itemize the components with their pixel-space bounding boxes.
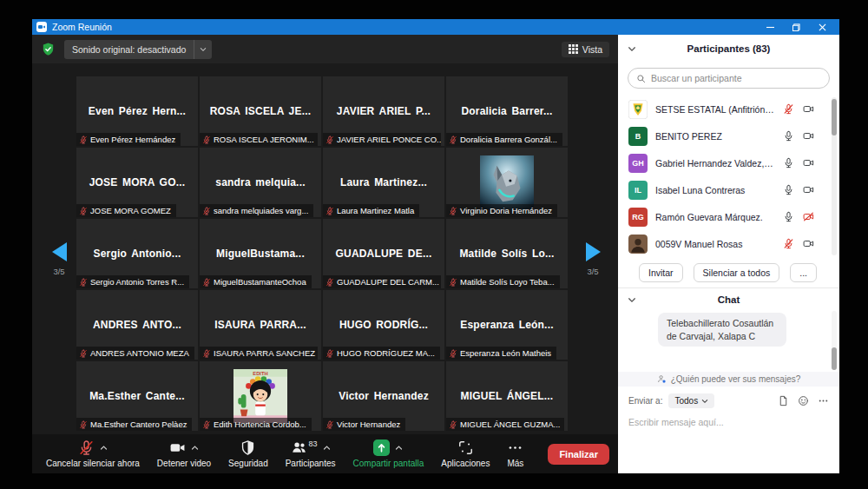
security-label: Seguridad xyxy=(228,459,268,468)
attach-file-icon[interactable] xyxy=(778,395,789,406)
view-button[interactable]: Vista xyxy=(562,42,609,57)
participant-avatar: IL xyxy=(628,181,648,200)
camera-icon xyxy=(802,157,815,169)
chat-privacy-note[interactable]: ¿Quién puede ver sus mensajes? xyxy=(618,372,839,387)
maximize-button[interactable] xyxy=(783,19,809,35)
participant-row[interactable]: 0059V Manuel Rosas xyxy=(618,230,839,257)
arrow-right-icon xyxy=(586,242,601,261)
scrollbar-thumb[interactable] xyxy=(832,99,837,135)
participant-row[interactable]: BBENITO PEREZ xyxy=(618,122,839,149)
video-tile[interactable]: HUGO RODRÍG...HUGO RODRÍGUEZ MA... xyxy=(323,290,444,360)
mute-all-button[interactable]: Silenciar a todos xyxy=(694,263,780,282)
participant-search-input[interactable] xyxy=(651,73,821,83)
participant-name-text: JOSE MORA GOMEZ xyxy=(90,206,171,215)
participant-name-label: ISAURA PARRA SANCHEZ xyxy=(200,347,318,360)
video-tile[interactable]: MiguelBustama...MiguelBustamanteOchoa xyxy=(200,219,321,288)
invite-button[interactable]: Invitar xyxy=(639,263,683,282)
video-tile[interactable]: JOSE MORA GO...JOSE MORA GOMEZ xyxy=(76,148,198,217)
muted-mic-icon xyxy=(79,420,88,429)
participant-row[interactable]: RGRamón Guevara Márquez. xyxy=(618,203,839,230)
video-tile[interactable]: Esperanza León...Esperanza León Matheis xyxy=(446,290,568,360)
emoji-icon[interactable] xyxy=(798,395,809,406)
participant-display-name: GUADALUPE DE... xyxy=(330,248,437,260)
participant-display-name: ISAURA PARRA... xyxy=(209,319,312,331)
video-tile[interactable]: ROSA ISCELA JE...ROSA ISCELA JERONIM... xyxy=(200,76,321,146)
unmute-button[interactable]: Cancelar silenciar ahora xyxy=(37,434,148,473)
mic-icon xyxy=(783,157,794,169)
video-tile[interactable]: Victor HernandezVictor Hernandez xyxy=(323,361,444,431)
close-button[interactable] xyxy=(809,19,835,35)
muted-mic-icon xyxy=(79,349,88,358)
camera-icon xyxy=(802,184,815,195)
zoom-meeting-window: Zoom Reunión Sonido original: desactivad… xyxy=(32,19,839,473)
scrollbar-thumb[interactable] xyxy=(832,347,837,370)
video-tile[interactable]: GUADALUPE DE...GUADALUPE DEL CARM... xyxy=(323,219,444,288)
send-to-dropdown[interactable]: Todos xyxy=(668,393,714,408)
video-tile[interactable]: ANDRES ANTO...ANDRES ANTONIO MEZA xyxy=(76,290,198,360)
participant-status-icons xyxy=(783,130,815,142)
chat-more-icon[interactable] xyxy=(818,395,829,406)
muted-mic-icon xyxy=(449,135,457,144)
page-indicator: 3/5 xyxy=(46,267,72,276)
participant-row[interactable]: GHGabriel Hernandez Valdez, Tele... xyxy=(618,149,839,176)
participant-name: BENITO PEREZ xyxy=(655,131,775,142)
video-tile[interactable]: Ma.Esther Cante...Ma.Esther Cantero Pelà… xyxy=(76,361,198,431)
participant-display-name: JAVIER ARIEL P... xyxy=(332,105,436,117)
more-button[interactable]: Más xyxy=(498,434,532,473)
original-sound-button[interactable]: Sonido original: desactivado xyxy=(64,40,212,59)
participant-name-label: Edith Hortencia Cordob... xyxy=(200,418,312,431)
previous-page-button[interactable]: 3/5 xyxy=(46,242,72,276)
participant-status-icons xyxy=(783,211,815,222)
participant-avatar: B xyxy=(628,127,648,146)
muted-mic-icon xyxy=(783,238,794,249)
participant-name-text: Laura Martinez Matla xyxy=(337,206,414,215)
video-tile[interactable]: MIGUEL ÁNGEL...MIGUEL ÁNGEL GUZMA... xyxy=(446,361,568,431)
chevron-down-icon[interactable] xyxy=(194,40,212,59)
video-tile[interactable]: sandra melquia...sandra melquiades varg.… xyxy=(200,148,321,217)
participant-name-text: ANDRES ANTONIO MEZA xyxy=(90,348,189,358)
video-tile[interactable]: ISAURA PARRA...ISAURA PARRA SANCHEZ xyxy=(200,290,321,360)
muted-mic-icon xyxy=(326,135,334,144)
participant-name-label: MIGUEL ÁNGEL GUZMA... xyxy=(446,418,564,431)
encryption-shield-icon[interactable] xyxy=(41,42,56,56)
chevron-up-icon[interactable] xyxy=(323,445,331,451)
video-tile[interactable]: Doralicia Barrer...Doralicia Barrera Gon… xyxy=(446,76,568,146)
participant-display-name: sandra melquia... xyxy=(210,176,310,188)
share-screen-button[interactable]: Compartir pantalla xyxy=(345,434,433,473)
end-meeting-button[interactable]: Finalizar xyxy=(548,444,609,465)
chevron-up-icon[interactable] xyxy=(395,445,403,451)
chat-panel-title: Chat xyxy=(718,294,740,305)
video-tile[interactable]: JAVIER ARIEL P...JAVIER ARIEL PONCE CO..… xyxy=(323,76,444,146)
video-tile[interactable]: Virginio Doria Hernández xyxy=(446,148,568,217)
video-tile[interactable]: EDITHEdith Hortencia Cordob... xyxy=(200,361,321,431)
next-page-button[interactable]: 3/5 xyxy=(580,242,606,276)
participants-scrollbar[interactable] xyxy=(832,97,837,255)
participant-name-label: Esperanza León Matheis xyxy=(446,347,556,360)
participant-row[interactable]: SETSE ESTATAL (Anfitrión, yo) xyxy=(618,96,839,122)
chat-scrollbar[interactable] xyxy=(832,311,837,370)
video-tile[interactable]: Sergio Antonio...Sergio Antonio Torres R… xyxy=(76,219,198,288)
participant-search-box[interactable] xyxy=(628,68,830,89)
video-tile[interactable]: Even Pérez Hern...Even Pérez Hernández xyxy=(76,76,198,146)
security-button[interactable]: Seguridad xyxy=(220,434,277,473)
chevron-up-icon[interactable] xyxy=(100,445,108,451)
apps-label: Aplicaciones xyxy=(441,459,490,468)
muted-mic-icon xyxy=(326,207,334,215)
participant-status-icons xyxy=(783,238,815,249)
chevron-up-icon[interactable] xyxy=(191,445,199,451)
participants-more-button[interactable]: ... xyxy=(790,263,817,282)
collapse-chevron-icon[interactable] xyxy=(628,46,636,52)
video-tile[interactable]: Matilde Solís Lo...Matilde Solís Loyo Te… xyxy=(446,219,568,288)
participant-name-label: HUGO RODRÍGUEZ MA... xyxy=(323,347,440,360)
apps-button[interactable]: Aplicaciones xyxy=(432,434,498,473)
participant-display-name: Laura Martinez... xyxy=(335,176,432,188)
participant-row[interactable]: ILIsabel Luna Contreras xyxy=(618,176,839,203)
chat-input-placeholder[interactable]: Escribir mensaje aquí... xyxy=(628,417,829,427)
collapse-chevron-icon[interactable] xyxy=(628,297,636,303)
stop-video-button[interactable]: Detener video xyxy=(148,434,220,473)
participant-display-name: MiguelBustama... xyxy=(211,248,310,260)
minimize-button[interactable] xyxy=(757,19,783,35)
video-tile[interactable]: Laura Martinez...Laura Martinez Matla xyxy=(323,148,444,217)
participant-name-text: HUGO RODRÍGUEZ MA... xyxy=(337,348,435,358)
participants-button[interactable]: 83 Participantes xyxy=(277,434,345,473)
